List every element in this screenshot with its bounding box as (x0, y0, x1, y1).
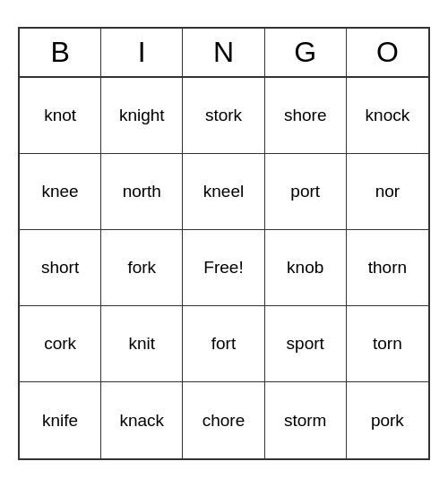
header-letter: B (20, 29, 101, 76)
bingo-cell: torn (347, 306, 428, 382)
bingo-cell: storm (265, 382, 347, 458)
bingo-cell: knob (265, 230, 347, 306)
bingo-cell: knee (20, 154, 101, 230)
header-letter: N (183, 29, 264, 76)
bingo-cell: knife (20, 382, 101, 458)
bingo-cell: shore (265, 78, 347, 154)
bingo-cell: chore (183, 382, 264, 458)
bingo-cell: knack (101, 382, 183, 458)
bingo-cell: knock (347, 78, 428, 154)
header-letter: O (347, 29, 428, 76)
bingo-cell: sport (265, 306, 347, 382)
bingo-cell: cork (20, 306, 101, 382)
bingo-cell: north (101, 154, 183, 230)
bingo-grid: knotknightstorkshoreknockkneenorthkneelp… (20, 78, 428, 458)
bingo-cell: knit (101, 306, 183, 382)
bingo-cell: thorn (347, 230, 428, 306)
bingo-header: BINGO (20, 29, 428, 78)
bingo-cell: fork (101, 230, 183, 306)
bingo-cell: kneel (183, 154, 264, 230)
bingo-cell: Free! (183, 230, 264, 306)
header-letter: I (101, 29, 183, 76)
bingo-cell: pork (347, 382, 428, 458)
bingo-cell: short (20, 230, 101, 306)
bingo-cell: knot (20, 78, 101, 154)
bingo-cell: knight (101, 78, 183, 154)
bingo-cell: fort (183, 306, 264, 382)
bingo-cell: stork (183, 78, 264, 154)
bingo-cell: nor (347, 154, 428, 230)
bingo-cell: port (265, 154, 347, 230)
header-letter: G (265, 29, 347, 76)
bingo-card: BINGO knotknightstorkshoreknockkneenorth… (18, 27, 430, 460)
